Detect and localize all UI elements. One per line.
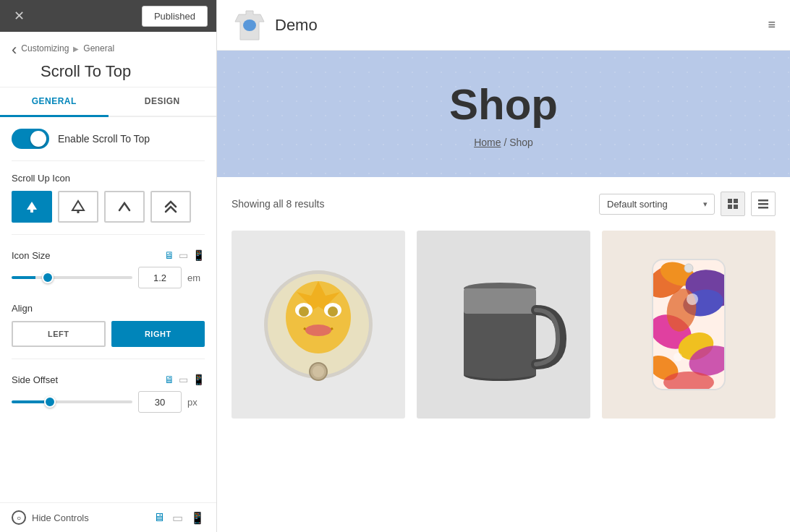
tab-general[interactable]: GENERAL — [0, 87, 109, 117]
logo-icon — [232, 7, 268, 43]
side-offset-unit: px — [187, 397, 205, 408]
align-options: LEFT RIGHT — [12, 321, 205, 359]
svg-point-21 — [305, 325, 331, 336]
align-control: Align LEFT RIGHT — [12, 303, 205, 359]
breadcrumb-current: Shop — [509, 137, 533, 148]
icon-option-1[interactable] — [58, 191, 98, 223]
svg-rect-10 — [758, 200, 768, 202]
icon-size-input[interactable] — [138, 267, 182, 288]
svg-rect-8 — [728, 205, 732, 209]
side-offset-label: Side Offset — [12, 374, 58, 385]
list-view-button[interactable] — [751, 192, 776, 216]
scroll-icon-label: Scroll Up Icon — [12, 173, 205, 184]
scroll-icon-control: Scroll Up Icon — [12, 173, 205, 235]
enable-toggle-row: Enable Scroll To Top — [12, 129, 205, 161]
svg-point-5 — [243, 20, 256, 31]
bottom-tablet-icon[interactable]: ▭ — [172, 511, 183, 525]
product-card-2[interactable] — [417, 231, 590, 419]
site-header: Demo ≡ — [217, 0, 790, 51]
breadcrumb-section: ‹ Customizing ▶ General Scroll To Top — [0, 32, 216, 87]
published-button[interactable]: Published — [142, 6, 208, 27]
mobile-icon-size[interactable]: 📱 — [192, 249, 205, 261]
icon-size-slider-row: em — [12, 267, 205, 288]
top-bar: ✕ Published — [0, 0, 216, 32]
site-name: Demo — [275, 16, 318, 35]
svg-rect-9 — [734, 205, 738, 209]
device-icons-offset: 🖥 ▭ 📱 — [164, 374, 205, 385]
icon-size-label: Icon Size — [12, 250, 50, 261]
breadcrumb-sep: / — [504, 137, 506, 148]
product-visual-2 — [417, 231, 590, 419]
icon-size-header: Icon Size 🖥 ▭ 📱 — [12, 249, 205, 261]
icon-size-control: Icon Size 🖥 ▭ 📱 em — [12, 249, 205, 288]
svg-point-44 — [684, 264, 693, 273]
product-visual-1 — [232, 231, 405, 419]
menu-icon[interactable]: ≡ — [768, 17, 776, 33]
svg-point-20 — [328, 306, 338, 317]
side-offset-input[interactable] — [138, 391, 182, 413]
mobile-icon-offset[interactable]: 📱 — [192, 374, 205, 385]
svg-point-19 — [299, 306, 309, 317]
results-count: Showing all 8 results — [232, 198, 324, 210]
svg-rect-4 — [77, 210, 80, 213]
svg-marker-3 — [72, 201, 84, 210]
breadcrumb-arrow: ▶ — [73, 45, 79, 53]
breadcrumb-customizing[interactable]: Customizing — [21, 43, 69, 53]
product-card-3[interactable] — [602, 231, 776, 419]
bottom-bar: ○ Hide Controls 🖥 ▭ 📱 — [0, 502, 216, 532]
tab-design[interactable]: DESIGN — [109, 87, 217, 117]
product-card-1[interactable] — [232, 231, 405, 419]
icon-size-unit: em — [187, 273, 205, 283]
svg-rect-11 — [758, 203, 768, 205]
breadcrumb-general[interactable]: General — [83, 43, 114, 53]
svg-rect-12 — [758, 207, 768, 209]
svg-rect-6 — [728, 199, 732, 203]
hide-controls-label: Hide Controls — [32, 512, 89, 523]
icon-options — [12, 191, 205, 235]
page-title: Scroll To Top — [12, 62, 205, 81]
bottom-desktop-icon[interactable]: 🖥 — [153, 511, 165, 525]
icon-option-2[interactable] — [104, 191, 145, 223]
breadcrumb-home-link[interactable]: Home — [474, 137, 501, 148]
align-left-btn[interactable]: LEFT — [12, 321, 106, 347]
side-offset-header: Side Offset 🖥 ▭ 📱 — [12, 374, 205, 385]
device-icons-size: 🖥 ▭ 📱 — [164, 249, 205, 261]
enable-toggle[interactable] — [12, 129, 49, 149]
tabs-row: GENERAL DESIGN — [0, 87, 216, 117]
icon-option-0[interactable] — [12, 191, 52, 223]
sort-select[interactable]: Default sorting Sort by popularity Sort … — [599, 194, 715, 215]
align-right-btn[interactable]: RIGHT — [111, 321, 205, 347]
panel-content: Enable Scroll To Top Scroll Up Icon — [0, 117, 216, 502]
hide-controls-button[interactable]: Hide Controls — [32, 512, 89, 523]
side-offset-slider[interactable] — [12, 400, 132, 403]
back-icon: ‹ — [12, 40, 17, 59]
desktop-icon-offset[interactable]: 🖥 — [164, 374, 174, 385]
icon-option-3[interactable] — [150, 191, 191, 223]
products-grid — [232, 231, 776, 419]
svg-point-23 — [313, 366, 324, 377]
breadcrumb: Customizing ▶ General — [21, 43, 114, 53]
svg-point-42 — [674, 353, 682, 361]
close-button[interactable]: ✕ — [9, 6, 29, 26]
site-logo: Demo — [232, 7, 318, 43]
bottom-mobile-icon[interactable]: 📱 — [190, 511, 205, 525]
sort-wrapper: Default sorting Sort by popularity Sort … — [599, 194, 715, 215]
svg-rect-27 — [464, 288, 536, 314]
left-panel: ✕ Published ‹ Customizing ▶ General Scro… — [0, 0, 217, 532]
desktop-icon-size[interactable]: 🖥 — [164, 249, 174, 261]
shop-content: Showing all 8 results Default sorting So… — [217, 177, 790, 532]
side-offset-control: Side Offset 🖥 ▭ 📱 px — [12, 374, 205, 413]
shop-breadcrumb: Home / Shop — [232, 137, 776, 148]
close-icon: ✕ — [14, 8, 25, 24]
svg-rect-7 — [734, 199, 738, 203]
grid-view-button[interactable] — [721, 192, 745, 216]
svg-rect-2 — [30, 209, 33, 213]
align-label: Align — [12, 303, 205, 314]
shop-toolbar: Showing all 8 results Default sorting So… — [232, 192, 776, 216]
back-button[interactable]: ‹ — [12, 40, 17, 59]
product-visual-3 — [602, 231, 776, 419]
tablet-icon-offset[interactable]: ▭ — [179, 374, 188, 385]
icon-size-slider[interactable] — [12, 276, 132, 279]
tablet-icon-size[interactable]: ▭ — [179, 249, 188, 261]
bottom-device-icons: 🖥 ▭ 📱 — [153, 511, 205, 525]
